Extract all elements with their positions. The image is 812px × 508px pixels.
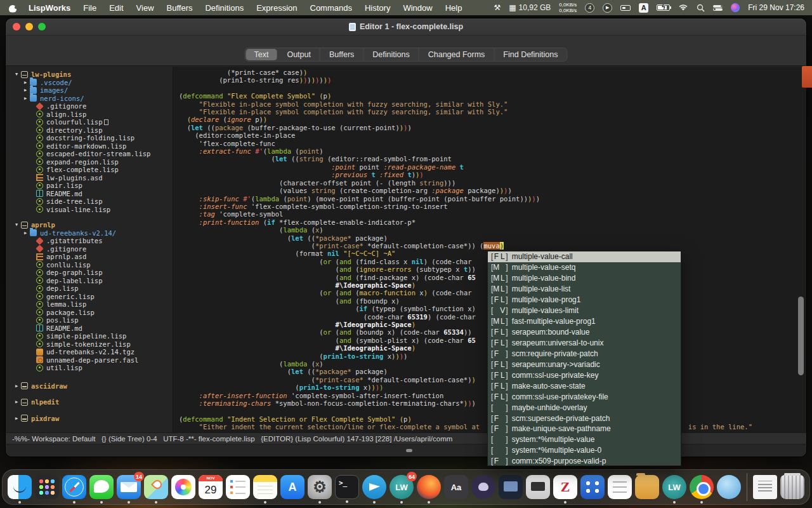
- completion-item[interactable]: [ML]multiple-value-list: [488, 284, 681, 295]
- completion-item[interactable]: [F]scm:supersede-private-patch: [488, 413, 681, 424]
- menubar-clock[interactable]: Fri 29 Nov 17:26: [748, 3, 804, 12]
- tree-row[interactable]: ▶asciidraw: [8, 382, 173, 391]
- dock-icon-telegram[interactable]: [362, 475, 386, 499]
- dock-icon-github[interactable]: [471, 475, 495, 499]
- dock-icon-lispworks[interactable]: LW64: [390, 475, 414, 499]
- completion-item[interactable]: []system:*%multiple-value: [488, 434, 681, 445]
- chevron-right-icon[interactable]: ▶: [22, 80, 29, 85]
- tree-row[interactable]: README.md: [8, 324, 173, 333]
- tree-row[interactable]: pair.lisp: [8, 182, 173, 190]
- dock-icon-chrome[interactable]: [690, 475, 714, 499]
- tree-row[interactable]: lemma.lisp: [8, 300, 173, 309]
- tree-row[interactable]: ▶.vscode/: [8, 79, 173, 87]
- tree-row[interactable]: lw-plugins.asd: [8, 174, 173, 182]
- tree-row[interactable]: pos.lisp: [8, 316, 173, 324]
- tree-row[interactable]: unnamed-dep-parser.fasl: [8, 356, 173, 364]
- tree-row[interactable]: visual-line.lisp: [8, 206, 173, 214]
- dock-icon-calendar[interactable]: NOV29: [199, 475, 223, 499]
- apple-menu-icon[interactable]: [9, 3, 17, 13]
- tree-row[interactable]: docstring-folding.lisp: [8, 134, 173, 142]
- bed-menu-icon[interactable]: [620, 5, 631, 11]
- spotlight-icon[interactable]: [697, 4, 705, 12]
- counter-menu-icon[interactable]: 4: [585, 3, 594, 13]
- completion-item[interactable]: [F]make-unique-save-pathname: [488, 424, 681, 434]
- wifi-icon[interactable]: [678, 4, 688, 11]
- tab-text[interactable]: Text: [246, 49, 278, 60]
- dock-icon-bluewin[interactable]: [499, 475, 523, 499]
- memory-indicator[interactable]: ▦ 10,92 GB: [509, 3, 551, 12]
- tab-find-definitions[interactable]: Find Definitions: [494, 48, 566, 61]
- completion-item[interactable]: [F]comm:x509-purpose-valid-p: [488, 456, 681, 466]
- dock-icon-device[interactable]: [526, 475, 550, 499]
- dock-icon-terminal[interactable]: >_: [335, 475, 359, 499]
- dock-icon-launchpad[interactable]: [35, 475, 59, 499]
- menu-item-commands[interactable]: Commands: [304, 3, 358, 13]
- dock-icon-messages[interactable]: [89, 475, 114, 499]
- menu-item-history[interactable]: History: [358, 3, 396, 13]
- tree-row[interactable]: .gitattributes: [8, 237, 173, 245]
- tree-row[interactable]: dep-label.lisp: [8, 277, 173, 285]
- tab-changed-forms[interactable]: Changed Forms: [419, 48, 495, 61]
- tree-row[interactable]: align.lisp: [8, 110, 173, 119]
- tab-buffers[interactable]: Buffers: [320, 48, 363, 61]
- tree-row[interactable]: .gitignore: [8, 245, 173, 253]
- play-menu-icon[interactable]: ▶: [603, 3, 612, 13]
- completion-item[interactable]: []system:*%multiple-value-0: [488, 445, 681, 456]
- tree-row[interactable]: .gitignore: [8, 102, 173, 110]
- dock-icon-downloads[interactable]: [635, 475, 659, 499]
- chevron-right-icon[interactable]: ▶: [22, 88, 29, 93]
- completion-item[interactable]: [FL]multiple-value-call: [488, 251, 681, 262]
- chevron-right-icon[interactable]: ▶: [13, 384, 20, 389]
- completion-item[interactable]: [ML]fast-multiple-value-prog1: [488, 316, 681, 327]
- tree-row[interactable]: ▶ud-treebanks-v2.14/: [8, 229, 173, 237]
- tree-row[interactable]: util.lisp: [8, 364, 173, 372]
- tree-row[interactable]: simple-pipeline.lisp: [8, 332, 173, 340]
- menu-item-buffers[interactable]: Buffers: [160, 3, 199, 13]
- chevron-right-icon[interactable]: ▶: [22, 96, 29, 101]
- tree-row[interactable]: simple-tokenizer.lisp: [8, 340, 173, 349]
- tab-output[interactable]: Output: [278, 48, 320, 61]
- dock-icon-maps[interactable]: [144, 475, 168, 499]
- completion-item[interactable]: [V]multiple-values-limit: [488, 305, 681, 316]
- tree-row[interactable]: README.md: [8, 190, 173, 198]
- menu-app-name[interactable]: LispWorks: [22, 3, 77, 13]
- tree-row[interactable]: directory.lisp: [8, 126, 173, 135]
- network-indicator[interactable]: 0,0KB/s0,0KB/s: [559, 2, 577, 13]
- tree-row[interactable]: package.lisp: [8, 309, 173, 317]
- menu-item-edit[interactable]: Edit: [103, 3, 129, 13]
- tree-row[interactable]: conllu.lisp: [8, 261, 173, 269]
- dock-icon-safari[interactable]: [62, 475, 86, 499]
- tools-menu-icon[interactable]: ⚒: [494, 3, 501, 12]
- dock-icon-fontapp[interactable]: Aa: [444, 475, 468, 499]
- completion-item[interactable]: [FL]comm:ssl-use-private-key: [488, 370, 681, 380]
- menu-item-expression[interactable]: Expression: [250, 3, 303, 13]
- chevron-down-icon[interactable]: ▼: [13, 222, 20, 227]
- dock-icon-listapp[interactable]: [608, 475, 632, 499]
- completion-item[interactable]: [FL]comm:ssl-use-privatekey-file: [488, 391, 681, 402]
- completion-item[interactable]: [FL]serapeum:universal-to-unix: [488, 338, 681, 349]
- tree-row[interactable]: editor-markdown.lisp: [8, 142, 173, 150]
- dock-icon-mail[interactable]: 14: [117, 475, 141, 499]
- dock-icon-finder[interactable]: [8, 475, 32, 499]
- dock-icon-gridapp[interactable]: [580, 475, 605, 499]
- chevron-right-icon[interactable]: ▶: [22, 231, 29, 236]
- dock-icon-notes[interactable]: [253, 475, 277, 499]
- battery-icon[interactable]: ϟ: [657, 4, 670, 11]
- dock-icon-photos[interactable]: [171, 475, 195, 499]
- chevron-down-icon[interactable]: ▼: [13, 72, 20, 77]
- completion-item[interactable]: [M]multiple-value-setq: [488, 262, 681, 273]
- completion-item[interactable]: [FL]serapeum:unary->variadic: [488, 359, 681, 370]
- code-text[interactable]: (*print-case* case)) (prin1-to-string re…: [179, 69, 794, 431]
- tree-row[interactable]: ud-treebanks-v2.14.tgz: [8, 348, 173, 356]
- completion-item[interactable]: [FL]serapeum:bound-value: [488, 327, 681, 338]
- tree-row[interactable]: aprnlp.asd: [8, 253, 173, 261]
- completion-item[interactable]: [ML]multiple-value-bind: [488, 273, 681, 284]
- dock-icon-reminders[interactable]: [226, 475, 250, 499]
- dock-icon-zotero[interactable]: Z: [553, 475, 577, 499]
- dock-icon-document[interactable]: [753, 475, 777, 499]
- tree-row[interactable]: dep.lisp: [8, 284, 173, 293]
- control-center-icon[interactable]: [713, 4, 723, 11]
- dock-icon-firefox[interactable]: [417, 475, 441, 499]
- title-bar[interactable]: Editor 1 - flex-complete.lisp: [6, 18, 806, 36]
- tree-row[interactable]: colourful.lisp: [8, 118, 173, 126]
